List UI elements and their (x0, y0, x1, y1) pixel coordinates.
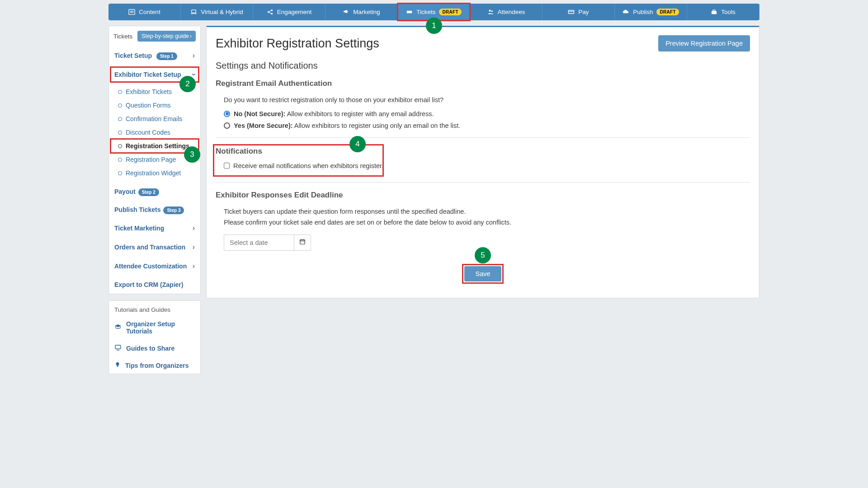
checkbox-icon (224, 163, 230, 169)
svg-rect-21 (117, 366, 118, 367)
toolbox-icon (711, 9, 717, 15)
guide-button[interactable]: Step-by-step guide › (137, 31, 196, 42)
card-icon (568, 9, 575, 15)
radio-bold: Yes (More Secure): (234, 122, 293, 129)
section-label: Payout (114, 188, 136, 195)
svg-point-7 (271, 13, 273, 14)
svg-rect-0 (129, 9, 135, 14)
sub-label: Registration Settings (126, 142, 189, 150)
sub-confirmation-emails[interactable]: Confirmation Emails (109, 112, 200, 126)
step-pill: Step 3 (163, 206, 184, 214)
sub-registration-widget[interactable]: Registration Widget (109, 166, 200, 180)
sidebar-title: Tickets (113, 33, 132, 40)
section-label: Publish Tickets (114, 206, 160, 213)
notifications-heading: Notifications (216, 147, 750, 156)
section-exhibitor-setup[interactable]: Exhibitor Ticket Setup › (109, 65, 200, 84)
svg-rect-10 (347, 11, 348, 13)
auth-heading: Registrant Email Authentication (216, 79, 750, 88)
radio-icon (224, 122, 230, 129)
nav-pay[interactable]: Pay (542, 4, 615, 20)
lightbulb-icon (114, 361, 121, 369)
chevron-down-icon: › (189, 73, 198, 75)
sub-question-forms[interactable]: Question Forms (109, 99, 200, 112)
nav-label: Marketing (353, 9, 380, 15)
page-title: Exhibitor Registration Settings (216, 37, 379, 51)
draft-badge: DRAFT (439, 9, 461, 15)
nav-content[interactable]: Content (108, 4, 181, 20)
bullhorn-icon (343, 9, 349, 15)
step-pill: Step 1 (156, 52, 177, 60)
guide-label: Step-by-step guide (142, 33, 189, 39)
sub-registration-page[interactable]: Registration Page (109, 153, 200, 166)
notifications-section: Notifications Receive email notification… (216, 146, 750, 174)
sub-label: Confirmation Emails (126, 115, 182, 122)
tutorials-title: Tutorials and Guides (109, 301, 200, 316)
link-organizer-tutorials[interactable]: Organizer Setup Tutorials (109, 316, 200, 339)
bullet-icon (118, 171, 122, 175)
bullet-icon (118, 158, 122, 162)
nav-attendees[interactable]: Attendees (470, 4, 542, 20)
section-ticket-marketing[interactable]: Ticket Marketing › (109, 219, 200, 238)
svg-rect-16 (712, 11, 717, 14)
date-picker-button[interactable] (294, 235, 311, 251)
nav-label: Attendees (498, 9, 525, 15)
cloud-icon (623, 9, 629, 15)
deadline-heading: Exhibitor Responses Edit Deadline (216, 191, 750, 200)
chevron-right-icon: › (193, 243, 195, 251)
tutorial-label: Organizer Setup Tutorials (126, 320, 195, 335)
save-button[interactable]: Save (464, 266, 501, 282)
notif-label: Receive email notifications when exhibit… (233, 162, 383, 169)
nav-label: Tools (721, 9, 736, 15)
deadline-line1: Ticket buyers can update their question … (216, 206, 750, 217)
section-ticket-setup[interactable]: Ticket Setup Step 1 › (109, 46, 200, 65)
radio-yes[interactable]: Yes (More Secure): Allow exhibitors to r… (216, 122, 750, 129)
section-export-crm[interactable]: Export to CRM (Zapier) (109, 276, 200, 294)
tutorial-label: Tips from Organizers (125, 362, 189, 369)
ticket-icon (406, 9, 413, 15)
nav-engagement[interactable]: Engagement (253, 4, 326, 20)
chevron-right-icon: › (193, 52, 195, 60)
date-row (216, 235, 750, 251)
nav-label: Tickets (416, 9, 435, 15)
sidebar: Tickets Step-by-step guide › Ticket Setu… (108, 26, 201, 380)
notif-checkbox-row[interactable]: Receive email notifications when exhibit… (216, 162, 750, 169)
divider (216, 182, 750, 183)
settings-heading: Settings and Notifications (216, 61, 750, 71)
content-header: Exhibitor Registration Settings Preview … (216, 35, 750, 52)
sub-discount-codes[interactable]: Discount Codes (109, 126, 200, 139)
nav-virtual[interactable]: Virtual & Hybrid (181, 4, 253, 20)
section-payout[interactable]: PayoutStep 2 (109, 183, 200, 201)
preview-registration-button[interactable]: Preview Registration Page (658, 35, 750, 52)
exhibitor-sublist: Exhibitor Tickets Question Forms Confirm… (109, 84, 200, 183)
section-attendee-customization[interactable]: Attendee Customization › (109, 257, 200, 276)
link-tips-organizers[interactable]: Tips from Organizers (109, 357, 200, 374)
nav-marketing[interactable]: Marketing (326, 4, 398, 20)
graduation-icon (114, 324, 122, 332)
sidebar-panel: Tickets Step-by-step guide › Ticket Setu… (108, 26, 201, 294)
sub-exhibitor-tickets[interactable]: Exhibitor Tickets (109, 85, 200, 99)
link-guides-share[interactable]: Guides to Share (109, 339, 200, 357)
radio-bold: No (Not Secure): (234, 110, 285, 117)
bullet-icon (118, 131, 122, 135)
radio-no[interactable]: No (Not Secure): Allow exhibitors to reg… (216, 110, 750, 117)
svg-rect-14 (569, 10, 574, 14)
bullet-icon (118, 144, 122, 148)
nav-publish[interactable]: Publish DRAFT (615, 4, 687, 20)
nav-tools[interactable]: Tools (687, 4, 760, 20)
step-pill: Step 2 (138, 188, 159, 196)
sub-label: Registration Page (126, 156, 176, 163)
section-orders-transaction[interactable]: Orders and Transaction › (109, 238, 200, 257)
svg-rect-11 (407, 11, 412, 14)
content-panel: Exhibitor Registration Settings Preview … (206, 26, 760, 298)
deadline-line2: Please confirm your ticket sale end date… (216, 217, 750, 228)
section-label: Attendee Customization (114, 263, 187, 270)
sub-registration-settings[interactable]: Registration Settings (109, 139, 200, 153)
svg-rect-18 (115, 345, 121, 349)
tutorials-panel: Tutorials and Guides Organizer Setup Tut… (108, 300, 201, 374)
draft-badge: DRAFT (656, 9, 679, 15)
chevron-right-icon: › (190, 33, 192, 39)
section-publish-tickets[interactable]: Publish TicketsStep 3 (109, 201, 200, 219)
nav-tickets[interactable]: Tickets DRAFT (398, 4, 470, 20)
date-input[interactable] (224, 235, 294, 251)
section-label: Exhibitor Ticket Setup (114, 71, 181, 78)
